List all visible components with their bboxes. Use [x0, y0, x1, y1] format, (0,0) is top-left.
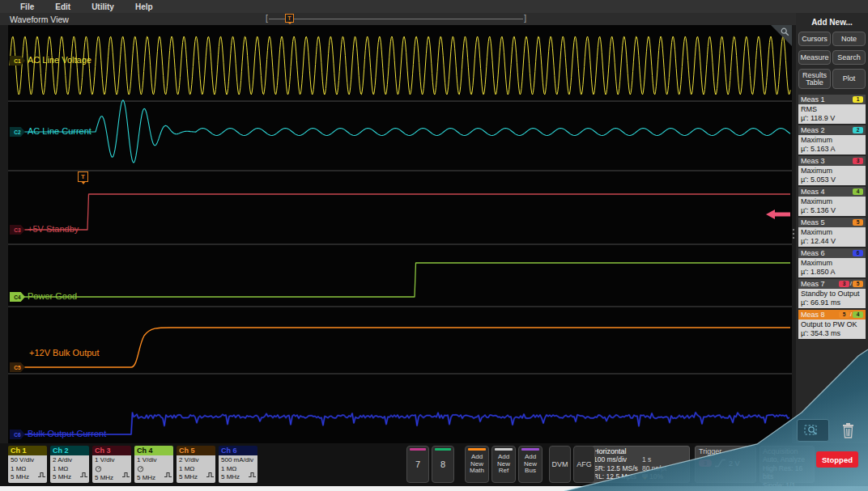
measurement-type: Standby to Output: [801, 290, 863, 298]
trigger-level: 2 V: [729, 459, 740, 468]
probe-comp-icon: [206, 472, 214, 478]
measurement-badge[interactable]: Meas 33Maximumµ': 5.053 V: [798, 156, 866, 185]
channel-tag-c5[interactable]: C5: [10, 362, 25, 372]
trash-icon: [841, 421, 855, 438]
tab-waveform-view[interactable]: Waveform View: [0, 15, 69, 24]
channel-scale: 2 V/div: [179, 456, 213, 465]
channel-tag-c1[interactable]: C1: [10, 56, 25, 66]
measurement-body: Standby to Outputµ': 66.91 ms: [798, 289, 866, 308]
channel-tag-c4[interactable]: C4: [10, 292, 25, 302]
magnifier-icon: [781, 28, 789, 36]
channel-settings: 500 mA/div1 MΩ5 MHz: [219, 455, 257, 483]
channel-header: Ch 2: [50, 446, 89, 455]
channel-badge-ch3[interactable]: Ch 31 V/div5 MHz: [92, 446, 131, 483]
measurement-body: Maximumµ': 5.053 V: [798, 166, 866, 185]
search-button[interactable]: Search: [832, 50, 866, 65]
dvm-button[interactable]: DVM: [549, 446, 571, 483]
measurement-source-chip: 6: [853, 250, 863, 256]
measurement-value: µ': 1.850 A: [801, 268, 863, 277]
zoom-mode-button[interactable]: [797, 419, 829, 442]
measurement-badge[interactable]: Meas 66Maximumµ': 1.850 A: [798, 248, 866, 277]
oscilloscope-screen: FileEditUtilityHelp Waveform View [ ] T …: [0, 0, 868, 491]
measurement-name: Meas 7: [801, 280, 825, 288]
menu-item-file[interactable]: File: [20, 2, 34, 11]
probe-comp-icon: [38, 472, 45, 478]
measurement-type: RMS: [801, 105, 863, 114]
measurement-value: µ': 66.91 ms: [801, 298, 863, 307]
trace-label-c5[interactable]: +12V Bulk Output: [29, 348, 100, 358]
slider-left-bracket: [: [266, 14, 268, 23]
trace-label-c6[interactable]: Bulk Output Current: [28, 429, 106, 438]
settings-bar: Horizontal 100 ms/div1 s SR: 12.5 MS/s80…: [0, 443, 868, 486]
measurement-value: µ': 5.163 A: [801, 145, 863, 154]
trace-label-c2[interactable]: AC Line Current: [28, 126, 91, 136]
channel-button-7[interactable]: 7: [406, 446, 429, 483]
cursors-button[interactable]: Cursors: [798, 32, 831, 46]
trace-label-c4[interactable]: Power Good: [28, 291, 77, 301]
menu-bar: FileEditUtilityHelp: [0, 0, 868, 13]
menu-item-help[interactable]: Help: [135, 2, 153, 11]
horizontal-position-slider[interactable]: [ ] T: [266, 13, 526, 25]
measurement-badge[interactable]: Meas 73/5Standby to Outputµ': 66.91 ms: [798, 279, 866, 308]
trace-label-c3[interactable]: +5V Standby: [28, 224, 79, 234]
measurement-badge[interactable]: Meas 55Maximumµ': 12.44 V: [798, 218, 866, 247]
panel-splitter-handle[interactable]: [793, 229, 794, 239]
measurement-badge[interactable]: Meas 85/4Output to PW OKµ': 354.3 ms: [798, 310, 866, 339]
menu-item-edit[interactable]: Edit: [55, 2, 70, 11]
slider-trigger-position-marker[interactable]: T: [285, 14, 294, 23]
measurement-source-chip: 3: [853, 158, 863, 164]
results-bar: Add New... CursorsNoteMeasureSearchResul…: [796, 13, 868, 443]
measurement-source-chip: 5: [853, 219, 863, 226]
trigger-panel[interactable]: Trigger 3 2 V: [695, 446, 756, 483]
horizontal-panel[interactable]: Horizontal 100 ms/div1 s SR: 12.5 MS/s80…: [589, 446, 690, 483]
trigger-source-chip: 3: [699, 459, 712, 467]
channel-badge-ch4[interactable]: Ch 41 V/div5 MHz: [134, 446, 173, 483]
note-button[interactable]: Note: [832, 32, 866, 46]
measurement-source-chip: 3/5: [839, 281, 863, 287]
add-new-title: Add New...: [798, 18, 866, 27]
measurement-value: µ': 118.9 V: [801, 114, 863, 123]
measurement-body: Maximumµ': 5.163 A: [798, 135, 866, 154]
trash-button[interactable]: [839, 419, 857, 440]
channel-tag-c3[interactable]: C3: [10, 225, 25, 235]
measurement-body: Maximumµ': 1.850 A: [798, 258, 866, 277]
channel-scale: 1 V/div: [95, 456, 129, 465]
source-channel-3: 3: [839, 281, 849, 287]
afg-button[interactable]: AFG: [573, 446, 595, 483]
measurement-source-chip: 5/4: [839, 311, 863, 318]
measurement-badge[interactable]: Meas 22Maximumµ': 5.163 A: [798, 125, 866, 154]
channel-badge-ch5[interactable]: Ch 52 V/div1 MΩ5 MHz: [177, 446, 215, 483]
channel-scale: 2 A/div: [53, 456, 87, 465]
channel-badge-ch1[interactable]: Ch 150 V/div1 MΩ5 MHz: [8, 446, 47, 483]
channel-badge-ch2[interactable]: Ch 22 A/div1 MΩ5 MHz: [50, 446, 89, 483]
measurement-value: µ': 12.44 V: [801, 237, 863, 246]
results-table-button[interactable]: Results Table: [798, 69, 831, 89]
channel-badge-ch6[interactable]: Ch 6500 mA/div1 MΩ5 MHz: [219, 446, 257, 483]
measurement-source-chip: 1: [853, 96, 863, 103]
menu-item-utility[interactable]: Utility: [91, 2, 114, 11]
acquisition-panel[interactable]: Acquisition Auto, Analyze High Res: 16 b…: [760, 446, 815, 483]
channel-button-8[interactable]: 8: [432, 446, 454, 483]
waveform-view[interactable]: AC Line VoltageC1AC Line CurrentC2+5V St…: [8, 25, 792, 443]
measurement-header: Meas 44: [798, 187, 866, 197]
measurement-value: µ': 5.053 V: [801, 176, 863, 184]
measurement-badge[interactable]: Meas 44Maximumµ': 5.136 V: [798, 187, 866, 216]
trace-label-c1[interactable]: AC Line Voltage: [28, 55, 91, 65]
plot-button[interactable]: Plot: [832, 69, 866, 89]
measurement-badge[interactable]: Meas 11RMSµ': 118.9 V: [798, 95, 866, 124]
add-new-bus-button[interactable]: Add New Bus: [518, 446, 542, 483]
channel-header: Ch 5: [177, 446, 215, 455]
trigger-time-marker[interactable]: T: [78, 171, 88, 182]
slider-track[interactable]: [269, 19, 523, 19]
measure-button[interactable]: Measure: [798, 50, 831, 65]
channel-tag-c6[interactable]: C6: [10, 430, 25, 439]
acquisition-status-button[interactable]: Stopped: [816, 451, 858, 468]
acquisition-single: Single: 1/1: [763, 481, 795, 490]
horizontal-resolution: 80 ns/pt: [642, 464, 666, 473]
channel-tag-c2[interactable]: C2: [10, 127, 25, 137]
add-new-math-button[interactable]: Add New Math: [465, 446, 489, 483]
add-new-ref-button[interactable]: Add New Ref: [491, 446, 516, 483]
measurement-list: Meas 11RMSµ': 118.9 VMeas 22Maximumµ': 5…: [798, 95, 866, 339]
trigger-position-icon: [642, 474, 648, 480]
horizontal-duration: 1 s: [642, 455, 651, 464]
